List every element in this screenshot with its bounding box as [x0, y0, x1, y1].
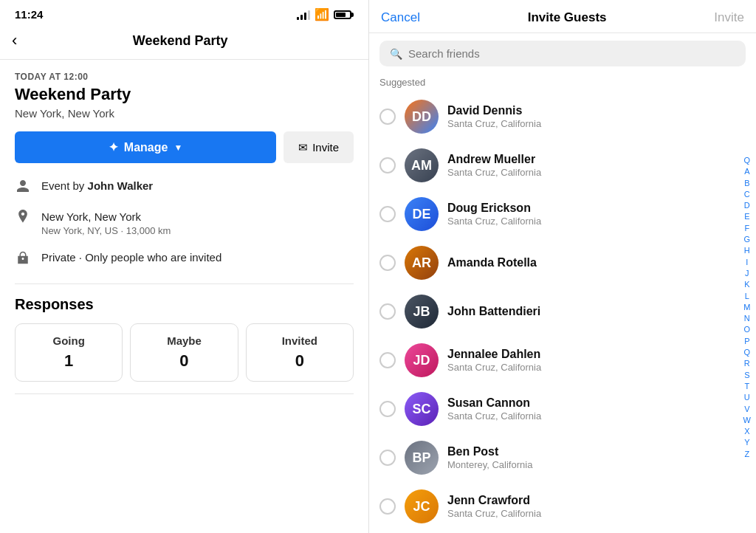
manage-label: Manage [124, 141, 168, 154]
radio-circle[interactable] [379, 109, 396, 125]
invite-button[interactable]: ✉ Invite [284, 131, 354, 163]
search-bar-wrapper: 🔍 [369, 33, 756, 74]
alpha-index-letter[interactable]: Q [741, 155, 753, 165]
alpha-index-letter[interactable]: J [741, 268, 753, 278]
friend-item[interactable]: JCJenn CrawfordSanta Cruz, California [369, 482, 738, 531]
event-date: TODAY AT 12:00 [15, 72, 354, 82]
friend-location: Santa Cruz, California [447, 167, 728, 178]
friend-info: Amanda Rotella [447, 256, 728, 270]
responses-title: Responses [15, 296, 354, 313]
friend-name: Doug Erickson [447, 202, 728, 215]
alpha-index-letter[interactable]: Z [741, 449, 753, 459]
friend-name: Andrew Mueller [447, 153, 728, 166]
radio-circle[interactable] [379, 157, 396, 173]
avatar: BP [405, 441, 439, 475]
invited-card[interactable]: Invited 0 [246, 323, 354, 382]
alpha-index-letter[interactable]: I [741, 257, 753, 267]
alpha-index-letter[interactable]: N [741, 313, 753, 323]
radio-circle[interactable] [379, 352, 396, 368]
alpha-index-letter[interactable]: T [741, 381, 753, 391]
envelope-icon: ✉ [298, 141, 308, 154]
manage-icon: ✦ [109, 140, 118, 154]
alpha-index-letter[interactable]: D [741, 200, 753, 210]
friend-name: Susan Cannon [447, 396, 728, 410]
lock-icon [15, 250, 31, 269]
right-panel: Cancel Invite Guests Invite 🔍 Suggested … [369, 0, 756, 533]
friend-item[interactable]: DEDoug EricksonSanta Cruz, California [369, 190, 738, 238]
battery-icon [334, 10, 354, 19]
friend-name: Ben Post [447, 445, 728, 458]
alpha-index-letter[interactable]: U [741, 392, 753, 402]
avatar: DD [405, 100, 439, 134]
invite-action-button[interactable]: Invite [714, 10, 744, 25]
avatar: AR [405, 246, 439, 280]
invite-guests-title: Invite Guests [528, 10, 607, 25]
friend-item[interactable]: DDDavid DennisSanta Cruz, California [369, 92, 738, 141]
friend-item[interactable]: AMAndrew MuellerSanta Cruz, California [369, 141, 738, 190]
alpha-index-letter[interactable]: A [741, 166, 753, 176]
friend-item[interactable]: SCSusan CannonSanta Cruz, California [369, 385, 738, 433]
event-title: Weekend Party [15, 85, 354, 104]
going-label: Going [23, 334, 114, 347]
status-bar: 11:24 📶 [0, 0, 368, 25]
friend-info: Andrew MuellerSanta Cruz, California [447, 153, 728, 178]
manage-button[interactable]: ✦ Manage ▼ [15, 131, 276, 163]
alpha-index-letter[interactable]: X [741, 426, 753, 436]
radio-circle[interactable] [379, 498, 396, 515]
alpha-index-letter[interactable]: W [741, 415, 753, 425]
organizer-row: Event by John Walker [15, 178, 354, 197]
privacy-row: Private · Only people who are invited [15, 250, 354, 269]
radio-circle[interactable] [379, 255, 396, 271]
alpha-index-letter[interactable]: O [741, 324, 753, 334]
friend-item[interactable]: BPBen PostMonterey, California [369, 433, 738, 482]
alpha-index-letter[interactable]: Y [741, 437, 753, 447]
alpha-index-letter[interactable]: P [741, 336, 753, 346]
alpha-index: QABCDEFGHIJKLMNOPQRSTUVWXYZ [741, 81, 753, 533]
alpha-index-letter[interactable]: Q [741, 347, 753, 357]
alpha-index-letter[interactable]: C [741, 189, 753, 199]
friend-location: Monterey, California [447, 459, 728, 470]
alpha-index-letter[interactable]: L [741, 291, 753, 301]
search-input[interactable] [408, 47, 735, 60]
alpha-index-letter[interactable]: E [741, 211, 753, 221]
event-location: New York, New York [15, 107, 354, 120]
alpha-index-letter[interactable]: K [741, 279, 753, 289]
person-icon [15, 179, 31, 197]
left-panel: 11:24 📶 ‹ Weekend Party TODAY AT 12:00 W… [0, 0, 369, 533]
friend-name: Jenn Crawford [447, 494, 728, 507]
friend-location: Santa Cruz, California [447, 118, 728, 129]
friend-item[interactable]: JDJennalee DahlenSanta Cruz, California [369, 336, 738, 385]
radio-circle[interactable] [379, 450, 396, 466]
alpha-index-letter[interactable]: B [741, 178, 753, 188]
going-card[interactable]: Going 1 [15, 323, 123, 382]
friend-name: David Dennis [447, 104, 728, 117]
radio-circle[interactable] [379, 206, 396, 222]
alpha-index-letter[interactable]: H [741, 245, 753, 255]
alpha-index-letter[interactable]: R [741, 358, 753, 368]
radio-circle[interactable] [379, 401, 396, 417]
alpha-index-letter[interactable]: M [741, 302, 753, 312]
friend-info: John Battendieri [447, 305, 728, 319]
avatar: JC [405, 489, 439, 523]
maybe-card[interactable]: Maybe 0 [130, 323, 238, 382]
status-icons: 📶 [297, 7, 354, 21]
location-main: New York, New York [41, 209, 171, 224]
friend-item[interactable]: JBJohn Battendieri [369, 287, 738, 336]
friend-location: Santa Cruz, California [447, 362, 728, 373]
avatar: JD [405, 343, 439, 377]
alpha-index-letter[interactable]: G [741, 234, 753, 244]
radio-circle[interactable] [379, 303, 396, 320]
suggested-label: Suggested [369, 74, 756, 92]
cancel-button[interactable]: Cancel [381, 10, 420, 25]
alpha-index-letter[interactable]: F [741, 223, 753, 233]
friend-item[interactable]: ARAmanda Rotella [369, 238, 738, 287]
friends-list: DDDavid DennisSanta Cruz, CaliforniaAMAn… [369, 92, 756, 533]
alpha-index-letter[interactable]: S [741, 370, 753, 380]
maybe-label: Maybe [138, 334, 230, 347]
friend-location: Santa Cruz, California [447, 216, 728, 227]
response-cards: Going 1 Maybe 0 Invited 0 [15, 323, 354, 382]
location-sub: New York, NY, US · 13,000 km [41, 224, 171, 238]
back-button[interactable]: ‹ [12, 31, 17, 50]
invite-header: Cancel Invite Guests Invite [369, 0, 756, 33]
alpha-index-letter[interactable]: V [741, 404, 753, 414]
